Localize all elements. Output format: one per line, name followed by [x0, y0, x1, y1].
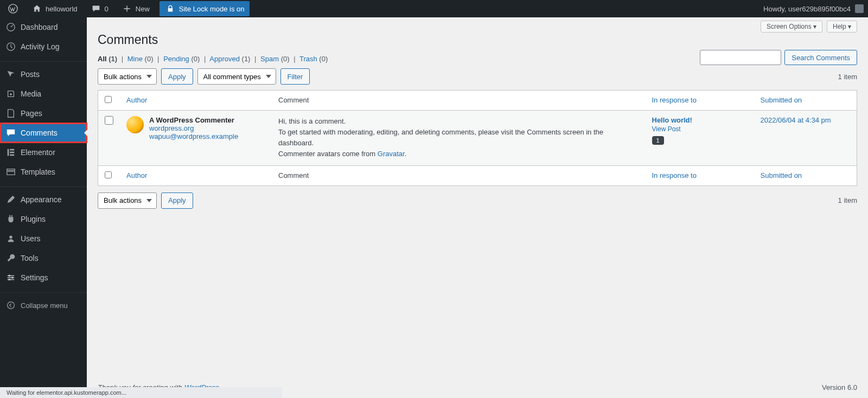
sidebar-item-media[interactable]: Media: [0, 84, 87, 104]
adminbar-comments[interactable]: 0: [87, 0, 112, 17]
sidebar-item-dashboard[interactable]: Dashboard: [0, 17, 87, 37]
col-date-foot[interactable]: Submitted on: [761, 171, 802, 179]
plugins-icon: [5, 214, 16, 224]
select-all-checkbox-foot[interactable]: [105, 171, 112, 178]
filter-trash[interactable]: Trash (0): [299, 55, 328, 63]
comment-type-select[interactable]: All comment types: [197, 68, 276, 85]
new-content[interactable]: New: [118, 0, 153, 17]
sidebar-item-tools[interactable]: Tools: [0, 248, 87, 268]
filter-spam[interactable]: Spam (0): [260, 55, 289, 63]
howdy[interactable]: Howdy, user629b895f00bc4: [763, 4, 864, 13]
comments-icon: [5, 127, 16, 138]
col-author[interactable]: Author: [126, 96, 147, 104]
site-link[interactable]: helloworld: [28, 0, 81, 17]
comments-table: Author Comment In response to Submitted …: [98, 90, 857, 186]
row-checkbox[interactable]: [105, 116, 113, 125]
col-response-foot[interactable]: In response to: [652, 171, 697, 179]
gravatar-link[interactable]: Gravatar: [378, 150, 405, 158]
sidebar-item-users[interactable]: Users: [0, 229, 87, 248]
wordpress-icon: [8, 3, 18, 14]
apply-button-bottom[interactable]: Apply: [161, 192, 193, 209]
commenter-avatar-icon: [126, 116, 144, 133]
new-label: New: [136, 5, 150, 13]
sidebar-item-settings[interactable]: Settings: [0, 268, 87, 287]
svg-point-3: [10, 93, 12, 95]
svg-point-0: [9, 4, 17, 13]
collapse-icon: [5, 300, 16, 311]
activity-log-icon: [5, 41, 16, 52]
item-count-bottom: 1 item: [838, 196, 857, 204]
author-email-link[interactable]: wapuu@wordpress.example: [149, 132, 238, 140]
elementor-icon: [5, 147, 16, 158]
user-avatar-icon: [855, 4, 864, 13]
bulk-actions-select-bottom[interactable]: Bulk actions: [98, 192, 157, 209]
site-lock-badge[interactable]: Site Lock mode is on: [159, 1, 250, 16]
sidebar-item-plugins[interactable]: Plugins: [0, 209, 87, 229]
comment-body: Hi, this is a comment. To get started wi…: [272, 111, 646, 166]
tools-icon: [5, 253, 16, 264]
col-response[interactable]: In response to: [652, 96, 697, 104]
svg-point-8: [9, 236, 12, 239]
apply-button-top[interactable]: Apply: [161, 68, 193, 85]
view-post-link[interactable]: View Post: [652, 125, 748, 133]
help-tab[interactable]: Help ▾: [827, 21, 857, 33]
comments-search-input[interactable]: [700, 50, 781, 65]
submitted-date-link[interactable]: 2022/06/04 at 4:34 pm: [761, 116, 831, 124]
svg-rect-6: [10, 152, 14, 153]
svg-rect-4: [8, 149, 9, 156]
filter-approved[interactable]: Approved (1): [209, 55, 250, 63]
author-name: A WordPress Commenter: [149, 116, 234, 124]
filter-button[interactable]: Filter: [280, 68, 310, 85]
col-date[interactable]: Submitted on: [761, 96, 802, 104]
svg-point-15: [8, 302, 15, 309]
svg-rect-7: [10, 155, 14, 156]
svg-point-13: [11, 277, 14, 279]
author-site-link[interactable]: wordpress.org: [149, 124, 238, 132]
response-count-badge: 1: [652, 136, 664, 145]
home-icon: [31, 3, 42, 14]
page-title: Comments: [98, 33, 857, 47]
comment-icon: [91, 3, 101, 14]
admin-bar: helloworld 0 New Site Lock mode is on Ho…: [0, 0, 868, 17]
plus-icon: [122, 3, 132, 14]
bulk-actions-select[interactable]: Bulk actions: [98, 68, 157, 85]
site-lock-label: Site Lock mode is on: [179, 5, 245, 13]
adminbar-comment-count: 0: [105, 5, 108, 13]
dashboard-icon: [5, 22, 16, 33]
svg-point-12: [9, 275, 11, 277]
lock-icon: [165, 3, 176, 14]
item-count-top: 1 item: [838, 73, 857, 81]
sidebar-item-pages[interactable]: Pages: [0, 104, 87, 123]
sidebar-item-comments[interactable]: Comments: [0, 123, 87, 143]
templates-icon: [5, 166, 16, 177]
svg-rect-5: [10, 149, 14, 151]
posts-icon: [5, 69, 16, 80]
comment-row: A WordPress Commenter wordpress.org wapu…: [98, 111, 857, 166]
version-label: Version 6.0: [822, 383, 857, 391]
content-area: Screen Options ▾ Help ▾ Comments Search …: [87, 17, 868, 398]
sidebar-item-appearance[interactable]: Appearance: [0, 190, 87, 209]
sidebar-item-templates[interactable]: Templates: [0, 162, 87, 182]
svg-point-14: [9, 279, 11, 281]
screen-options-tab[interactable]: Screen Options ▾: [761, 21, 822, 33]
sidebar-item-posts[interactable]: Posts: [0, 65, 87, 84]
sidebar-item-activity-log[interactable]: Activity Log: [0, 37, 87, 56]
browser-status-bar: Waiting for elementor.api.kustomerapp.co…: [0, 387, 282, 398]
collapse-menu[interactable]: Collapse menu: [0, 296, 87, 315]
select-all-checkbox[interactable]: [105, 96, 112, 103]
search-comments-button[interactable]: Search Comments: [784, 50, 857, 65]
response-post-link[interactable]: Hello world!: [652, 116, 692, 124]
filter-pending[interactable]: Pending (0): [163, 55, 200, 63]
sidebar-item-elementor[interactable]: Elementor: [0, 143, 87, 162]
pages-icon: [5, 108, 16, 119]
media-icon: [5, 88, 16, 99]
appearance-icon: [5, 194, 16, 205]
col-author-foot[interactable]: Author: [126, 171, 147, 179]
admin-sidebar: Dashboard Activity Log Posts Media Pages…: [0, 17, 87, 398]
site-name: helloworld: [46, 5, 78, 13]
users-icon: [5, 233, 16, 244]
col-comment: Comment: [272, 91, 646, 111]
wp-logo[interactable]: [4, 0, 22, 17]
col-comment-foot: Comment: [272, 165, 646, 185]
filter-mine[interactable]: Mine (0): [127, 55, 154, 63]
